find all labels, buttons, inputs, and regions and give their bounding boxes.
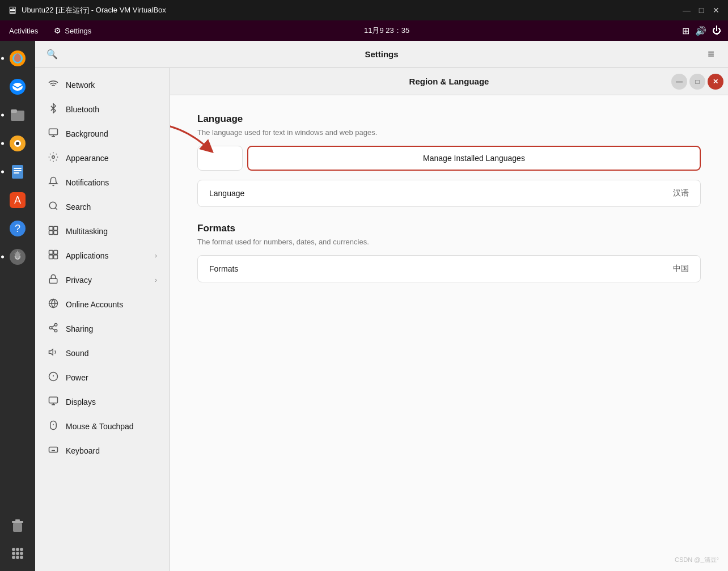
titlebar-controls: — □ ✕ [682,5,721,15]
titlebar-close[interactable]: ✕ [711,5,721,15]
formats-row-label: Formats [209,264,238,273]
svg-line-36 [55,208,57,209]
privacy-arrow: › [155,276,157,284]
privacy-icon [48,274,59,286]
gnome-taskbar: Activities ⚙ Settings 11月9 23：35 ⊞ 🔊 ⏻ [0,20,728,41]
sidebar-item-bluetooth-label: Bluetooth [66,105,157,114]
language-section-title: Language [197,113,701,125]
titlebar-title: Ubuntu22 [正在运行] - Oracle VM VirtualBox [22,5,682,15]
dock-item-thunderbird[interactable] [5,74,31,100]
sidebar-item-search[interactable]: Search [39,195,166,219]
region-language-header: Region & Language — □ ✕ [170,68,728,95]
titlebar-minimize[interactable]: — [682,5,692,15]
region-language-content: Language The language used for text in w… [170,95,728,571]
window-controls: — □ ✕ [671,74,723,90]
svg-rect-19 [13,523,22,532]
taskbar-settings-btn[interactable]: ⚙ Settings [47,20,98,41]
sidebar-item-bluetooth[interactable]: Bluetooth [39,98,166,121]
dock-item-appstore[interactable]: A [5,187,31,213]
background-icon [48,128,59,140]
sidebar-item-search-label: Search [66,202,157,212]
svg-rect-38 [54,226,58,230]
appearance-icon [48,152,59,164]
dock-item-settings[interactable] [5,244,31,270]
svg-point-24 [20,548,23,551]
sound-icon: 🔊 [695,26,706,36]
window-minimize-btn[interactable]: — [671,74,687,90]
manage-languages-row: Manage Installed Languages [197,146,701,171]
sidebar-item-applications[interactable]: Applications › [39,244,166,268]
sidebar-item-multitasking-label: Multitasking [66,227,157,236]
displays-icon [48,396,59,408]
sidebar-item-applications-label: Applications [66,251,148,260]
sidebar-item-displays[interactable]: Displays [39,390,166,414]
sidebar-item-network[interactable]: Network [39,73,166,97]
formats-section-desc: The format used for numbers, dates, and … [197,238,701,246]
svg-rect-44 [54,255,58,259]
svg-rect-31 [49,129,58,135]
svg-point-3 [12,83,23,91]
sidebar-item-sharing-label: Sharing [66,324,157,333]
dock-item-firefox[interactable] [5,45,31,71]
full-window: Activities ⚙ Settings 11月9 23：35 ⊞ 🔊 ⏻ [0,20,728,571]
manage-installed-languages-btn[interactable]: Manage Installed Languages [247,146,701,171]
network-icon [48,79,59,91]
sidebar-item-multitasking[interactable]: Multitasking [39,219,166,243]
window-restore-btn[interactable]: □ [689,74,705,90]
settings-search-btn[interactable]: 🔍 [42,44,62,65]
online-accounts-icon [48,298,59,311]
sidebar-item-online-accounts-label: Online Accounts [66,300,157,309]
svg-rect-41 [49,251,53,255]
svg-rect-43 [49,255,53,259]
dock: A ? [0,41,35,571]
sidebar-item-sharing[interactable]: Sharing [39,317,166,341]
settings-title: Settings [62,49,701,59]
sidebar-item-mouse-touchpad[interactable]: Mouse & Touchpad [39,414,166,438]
svg-rect-5 [11,109,17,113]
dock-item-trash[interactable] [5,512,31,538]
dock-item-files[interactable] [5,102,31,128]
dock-item-rhythmbox[interactable] [5,130,31,157]
svg-rect-40 [54,231,58,235]
svg-point-8 [16,142,19,145]
settings-menu-btn[interactable]: ≡ [701,44,721,65]
taskbar-right: ⊞ 🔊 ⏻ [675,26,728,36]
sidebar-item-keyboard[interactable]: Keyboard [39,439,166,463]
language-setting-row[interactable]: Language 汉语 [197,180,701,207]
sidebar-item-sound[interactable]: Sound [39,341,166,365]
sidebar-item-power[interactable]: Power [39,366,166,390]
svg-point-48 [54,324,57,327]
sidebar-item-appearance[interactable]: Appearance [39,146,166,170]
sidebar-item-background[interactable]: Background [39,122,166,146]
svg-point-28 [12,556,15,559]
svg-point-50 [54,329,57,332]
sidebar-item-displays-label: Displays [66,397,157,407]
svg-text:?: ? [15,223,20,234]
svg-point-35 [49,202,56,209]
titlebar-maximize[interactable]: □ [696,5,706,15]
power-icon: ⏻ [712,26,721,36]
main-panel: Region & Language — □ ✕ Language The lan… [170,68,728,571]
sidebar-item-online-accounts[interactable]: Online Accounts [39,293,166,316]
svg-point-34 [52,156,55,159]
window-close-btn[interactable]: ✕ [708,74,723,90]
annotation-arrow [170,117,220,168]
dock-item-writer[interactable] [5,159,31,185]
svg-rect-61 [49,447,58,452]
formats-setting-row[interactable]: Formats 中国 [197,255,701,282]
multitasking-icon [48,225,59,238]
svg-point-25 [12,552,15,555]
formats-row-value: 中国 [673,264,689,274]
sidebar-item-notifications-label: Notifications [66,178,157,187]
sidebar-item-privacy[interactable]: Privacy › [39,268,166,292]
svg-rect-20 [12,521,23,523]
activities-button[interactable]: Activities [0,20,47,41]
dock-item-help[interactable]: ? [5,215,31,242]
applications-arrow: › [155,252,157,260]
taskbar-datetime: 11月9 23：35 [98,26,675,36]
svg-point-30 [20,556,23,559]
dock-item-allapps[interactable] [5,540,31,566]
settings-window: 🔍 Settings ≡ Network [35,41,728,571]
sidebar-item-notifications[interactable]: Notifications [39,171,166,194]
formats-section: Formats The format used for numbers, dat… [197,223,701,282]
